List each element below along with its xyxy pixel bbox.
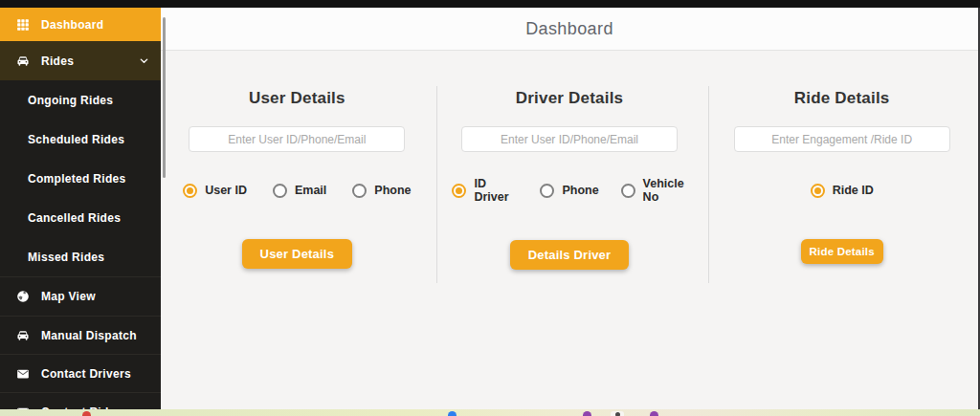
sidebar-scrollbar[interactable] bbox=[163, 17, 166, 178]
sidebar-item-ongoing-rides[interactable]: Ongoing Rides bbox=[0, 80, 161, 120]
column-divider bbox=[436, 86, 437, 283]
car-icon bbox=[14, 328, 31, 342]
globe-icon bbox=[14, 290, 31, 304]
sidebar-item-label: Ongoing Rides bbox=[28, 94, 113, 107]
radio-label: Ride ID bbox=[833, 184, 874, 197]
driver-search-input[interactable] bbox=[461, 126, 678, 152]
user-details-panel: User Details User ID Email Phone User De… bbox=[161, 52, 434, 409]
radio-email[interactable]: Email bbox=[273, 184, 326, 198]
macos-dock-edge bbox=[0, 409, 980, 416]
radio-label: Phone bbox=[374, 184, 411, 197]
dock-app-icon-blue[interactable] bbox=[448, 411, 457, 416]
radio-phone[interactable]: Phone bbox=[352, 184, 411, 198]
page-title: Dashboard bbox=[525, 19, 613, 39]
dock-app-icon-white[interactable] bbox=[611, 411, 624, 416]
sidebar-item-contact-drivers[interactable]: Contact Drivers bbox=[0, 354, 161, 392]
ride-radio-group: Ride ID bbox=[811, 177, 874, 204]
sidebar-item-label: Dashboard bbox=[41, 18, 103, 32]
sidebar-item-label: Scheduled Rides bbox=[28, 133, 124, 146]
sidebar-item-scheduled-rides[interactable]: Scheduled Rides bbox=[0, 120, 161, 159]
radio-circle[interactable] bbox=[621, 184, 635, 198]
radio-label: Email bbox=[295, 184, 326, 197]
radio-label: Vehicle No bbox=[643, 177, 687, 205]
ride-details-panel: Ride Details Ride ID Ride Details bbox=[705, 52, 978, 409]
dock-app-icon-purple[interactable] bbox=[650, 411, 658, 416]
ride-search-input[interactable] bbox=[734, 126, 950, 152]
panel-title: Driver Details bbox=[516, 89, 623, 108]
sidebar-item-label: Manual Dispatch bbox=[41, 329, 137, 342]
sidebar-item-label: Rides bbox=[41, 55, 74, 68]
window-top-strip bbox=[0, 0, 980, 8]
radio-user-id[interactable]: User ID bbox=[183, 184, 247, 198]
sidebar-item-dashboard[interactable]: Dashboard bbox=[0, 8, 161, 41]
grid-icon bbox=[14, 17, 31, 32]
sidebar-item-map-view[interactable]: Map View bbox=[0, 276, 161, 316]
radio-circle[interactable] bbox=[183, 184, 197, 198]
sidebar-item-label: Cancelled Rides bbox=[28, 211, 121, 225]
chevron-down-icon bbox=[139, 55, 149, 66]
radio-label: ID Driver bbox=[474, 177, 518, 205]
sidebar-item-label: Contact Drivers bbox=[41, 367, 131, 381]
details-driver-button[interactable]: Details Driver bbox=[510, 240, 630, 270]
user-search-input[interactable] bbox=[189, 126, 405, 152]
ride-details-button[interactable]: Ride Details bbox=[801, 239, 883, 264]
radio-circle[interactable] bbox=[811, 184, 825, 198]
radio-circle[interactable] bbox=[540, 184, 554, 198]
radio-circle[interactable] bbox=[352, 184, 367, 198]
radio-driver-phone[interactable]: Phone bbox=[540, 184, 598, 198]
sidebar-item-manual-dispatch[interactable]: Manual Dispatch bbox=[0, 316, 161, 354]
radio-circle[interactable] bbox=[452, 184, 466, 198]
dock-app-icon-red[interactable] bbox=[82, 411, 91, 416]
sidebar-item-contact-riders[interactable]: Contact Riders bbox=[0, 392, 161, 409]
radio-ride-id[interactable]: Ride ID bbox=[811, 184, 874, 198]
main-content: User Details User ID Email Phone User De… bbox=[161, 52, 978, 409]
page-header: Dashboard bbox=[161, 8, 978, 51]
column-divider bbox=[708, 86, 709, 283]
radio-circle[interactable] bbox=[273, 184, 287, 198]
sidebar-item-completed-rides[interactable]: Completed Rides bbox=[0, 159, 161, 198]
radio-label: User ID bbox=[205, 184, 247, 197]
sidebar-item-label: Map View bbox=[41, 290, 96, 303]
radio-label: Phone bbox=[562, 184, 598, 197]
sidebar-item-label: Completed Rides bbox=[28, 172, 126, 186]
panel-title: Ride Details bbox=[794, 89, 890, 108]
user-radio-group: User ID Email Phone bbox=[183, 177, 411, 204]
car-icon bbox=[14, 54, 31, 68]
envelope-icon bbox=[14, 366, 31, 381]
radio-id-driver[interactable]: ID Driver bbox=[452, 177, 518, 205]
sidebar-item-rides[interactable]: Rides bbox=[0, 41, 161, 80]
sidebar-item-cancelled-rides[interactable]: Cancelled Rides bbox=[0, 198, 161, 237]
driver-details-panel: Driver Details ID Driver Phone Vehicle N… bbox=[434, 52, 706, 409]
sidebar-item-label: Missed Rides bbox=[28, 251, 104, 264]
user-details-button[interactable]: User Details bbox=[242, 239, 353, 269]
dock-app-icon-purple[interactable] bbox=[583, 411, 591, 416]
panel-title: User Details bbox=[249, 89, 345, 108]
sidebar: Dashboard Rides Ongoing Rides Scheduled … bbox=[0, 8, 161, 409]
radio-vehicle-no[interactable]: Vehicle No bbox=[621, 177, 687, 205]
sidebar-item-missed-rides[interactable]: Missed Rides bbox=[0, 237, 161, 276]
driver-radio-group: ID Driver Phone Vehicle No bbox=[452, 177, 686, 205]
